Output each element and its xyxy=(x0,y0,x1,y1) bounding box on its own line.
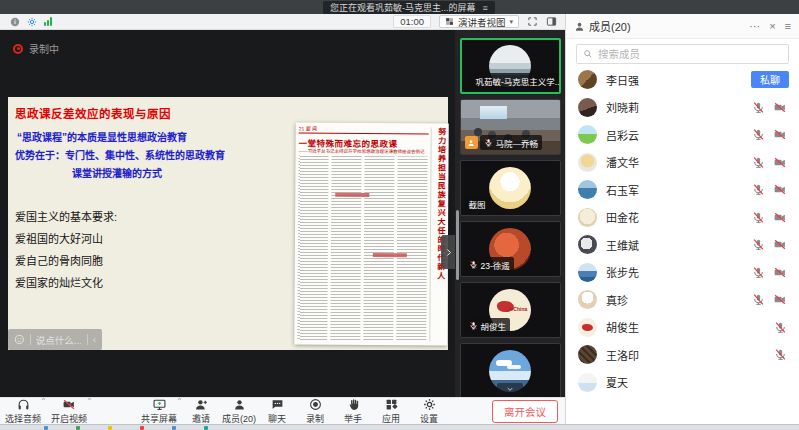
member-row[interactable]: 胡俊生 xyxy=(566,314,799,342)
member-row[interactable]: 张步先 xyxy=(566,259,799,287)
toolbar-label: 成员(20) xyxy=(222,412,256,425)
video-thumbnail[interactable]: 23-徐遥 xyxy=(460,221,561,277)
toolbar-share-screen-button[interactable]: ^ 共享屏幕 xyxy=(136,398,182,425)
mic-muted-icon xyxy=(469,321,478,330)
video-thumbnail[interactable]: 截图 xyxy=(460,160,561,216)
member-list: 李日强 私聊 刘晓莉 吕彩云 潘文华 xyxy=(566,66,799,396)
toolbar-chat-button[interactable]: 聊天 xyxy=(258,398,296,425)
divider xyxy=(87,334,88,345)
member-row[interactable]: 王洛印 xyxy=(566,341,799,369)
chat-input-placeholder[interactable]: 说点什么... xyxy=(36,333,82,347)
settings-icon xyxy=(423,398,436,411)
member-search-box[interactable] xyxy=(576,44,789,64)
private-chat-button[interactable]: 私聊 xyxy=(751,71,789,88)
member-row[interactable]: 夏天 xyxy=(566,369,799,397)
chevron-up-icon[interactable]: ^ xyxy=(178,397,181,402)
view-mode-button[interactable]: 演讲者视图 ▾ xyxy=(439,15,519,28)
meeting-topbar: 01:00 演讲者视图 ▾ xyxy=(0,14,565,30)
avatar xyxy=(489,167,531,209)
avatar xyxy=(578,345,597,364)
member-name: 真珍 xyxy=(606,292,628,308)
member-row[interactable]: 潘文华 xyxy=(566,149,799,177)
member-row[interactable]: 石玉军 xyxy=(566,176,799,204)
collapse-chat-icon[interactable]: ‹ xyxy=(93,334,96,345)
member-row[interactable]: 王维斌 xyxy=(566,231,799,259)
toolbar-apps-button[interactable]: 应用 xyxy=(372,398,410,425)
camera-off-icon xyxy=(773,101,787,114)
mic-muted-icon xyxy=(752,183,765,196)
member-search-input[interactable] xyxy=(598,48,782,60)
scroll-more-button[interactable] xyxy=(497,383,523,395)
chevron-up-icon[interactable]: ^ xyxy=(88,397,91,402)
avatar xyxy=(578,290,597,309)
member-row[interactable]: 真珍 xyxy=(566,286,799,314)
leave-meeting-button[interactable]: 离开会议 xyxy=(492,400,558,423)
toolbar-record-button[interactable]: 录制 xyxy=(296,398,334,425)
shared-screen-stage: 录制中 思政课反差效应的表现与原因 “思政课程”的本质是显性思想政治教育 优势在… xyxy=(0,30,455,397)
member-name: 李日强 xyxy=(606,72,639,88)
info-icon[interactable] xyxy=(10,17,20,27)
chevron-up-icon[interactable]: ^ xyxy=(42,397,45,402)
mic-muted-icon xyxy=(752,156,765,169)
member-row[interactable]: 田金花 xyxy=(566,204,799,232)
chat-icon xyxy=(271,398,284,411)
presentation-slide: 思政课反差效应的表现与原因 “思政课程”的本质是显性思想政治教育 优势在于：专门… xyxy=(8,97,448,350)
video-thumbnail-speaker[interactable]: 巩茹敏-马克思主义学... xyxy=(460,38,561,94)
mic-muted-icon xyxy=(752,266,765,279)
avatar xyxy=(578,70,597,89)
fullscreen-icon[interactable] xyxy=(527,16,538,27)
more-options-icon[interactable]: ··· xyxy=(749,21,760,32)
mic-muted-icon xyxy=(752,211,765,224)
slide-line: 爱自己的骨肉同胞 xyxy=(15,252,103,268)
member-row[interactable]: 吕彩云 xyxy=(566,121,799,149)
toolbar-label: 开启视频 xyxy=(51,412,87,425)
security-shield-icon[interactable] xyxy=(27,17,37,27)
avatar xyxy=(578,235,597,254)
slide-line-blue: “思政课程”的本质是显性思想政治教育 xyxy=(17,129,187,144)
next-slide-button[interactable] xyxy=(441,235,455,269)
slide-line-blue: 课堂讲授灌输的方式 xyxy=(72,165,162,180)
member-name: 潘文华 xyxy=(606,154,639,170)
network-signal-icon[interactable] xyxy=(44,17,52,26)
toolbar-label: 共享屏幕 xyxy=(141,412,177,425)
window-titlebar: 您正在观看巩茹敏-马克思主...的屏幕 ≡ xyxy=(0,0,799,14)
screen-share-banner[interactable]: 您正在观看巩茹敏-马克思主...的屏幕 ≡ xyxy=(323,1,495,14)
strip-scrollbar[interactable] xyxy=(456,210,459,280)
toolbar-settings-button[interactable]: 设置 xyxy=(410,398,448,425)
side-panel-toggle-icon[interactable] xyxy=(546,16,557,27)
quick-chat-bar[interactable]: 说点什么... ‹ xyxy=(8,329,102,350)
banner-menu-icon[interactable]: ≡ xyxy=(483,3,488,13)
participant-name: 胡俊生 xyxy=(481,320,507,332)
toolbar-label: 应用 xyxy=(382,412,400,425)
toolbar-invite-button[interactable]: 邀请 xyxy=(182,398,220,425)
slide-line-blue: 优势在于：专门性、集中性、系统性的思政教育 xyxy=(15,147,225,162)
panel-menu-icon[interactable]: ≡ xyxy=(785,21,791,32)
members-icon xyxy=(233,398,246,411)
camera-off-icon xyxy=(773,128,787,141)
member-name: 王洛印 xyxy=(606,347,639,363)
toolbar-members-button[interactable]: 成员(20) xyxy=(220,398,258,425)
divider xyxy=(30,334,31,345)
person-icon xyxy=(467,139,475,147)
toolbar-audio-button[interactable]: ^ 选择音频 xyxy=(0,398,46,425)
chevron-down-icon: ▾ xyxy=(509,18,513,26)
apps-icon xyxy=(385,398,398,411)
os-taskbar-sliver xyxy=(0,424,799,430)
close-panel-icon[interactable]: × xyxy=(769,21,775,32)
video-thumbnail-strip: 巩茹敏-马克思主义学... 马院—乔畅 截图 23-徐遥 xyxy=(455,30,565,397)
avatar xyxy=(578,98,597,117)
video-thumbnail-partial[interactable] xyxy=(460,343,561,399)
member-row[interactable]: 刘晓莉 xyxy=(566,94,799,122)
avatar xyxy=(578,125,597,144)
emoji-icon[interactable] xyxy=(14,334,25,345)
member-name: 夏天 xyxy=(606,374,628,390)
video-thumbnail[interactable]: 马院—乔畅 xyxy=(460,99,561,155)
participant-name: 截图 xyxy=(469,198,486,210)
toolbar-video-button[interactable]: ^ 开启视频 xyxy=(46,398,92,425)
grid-view-icon xyxy=(445,17,454,26)
member-row[interactable]: 李日强 私聊 xyxy=(566,66,799,94)
toolbar-raise-hand-button[interactable]: 举手 xyxy=(334,398,372,425)
video-thumbnail[interactable]: I♥China 胡俊生 xyxy=(460,282,561,338)
mic-muted-icon xyxy=(752,238,765,251)
member-name: 张步先 xyxy=(606,264,639,280)
